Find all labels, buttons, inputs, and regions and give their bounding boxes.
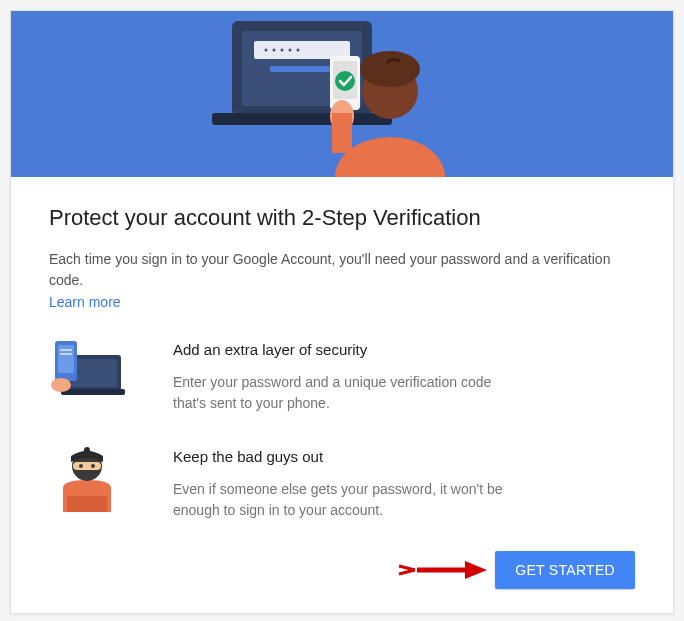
feature-title: Add an extra layer of security <box>173 341 635 358</box>
svg-rect-20 <box>61 389 125 395</box>
svg-line-33 <box>399 570 415 574</box>
svg-marker-35 <box>465 561 487 579</box>
svg-rect-19 <box>71 359 117 387</box>
verification-card: Protect your account with 2-Step Verific… <box>10 10 674 614</box>
hero-illustration <box>192 11 492 177</box>
svg-rect-26 <box>67 496 107 512</box>
svg-point-3 <box>265 49 268 52</box>
feature-item: Add an extra layer of security Enter you… <box>49 337 635 414</box>
svg-point-4 <box>273 49 276 52</box>
svg-point-5 <box>281 49 284 52</box>
feature-text: Add an extra layer of security Enter you… <box>173 337 635 414</box>
svg-point-29 <box>79 464 83 468</box>
svg-point-25 <box>51 378 71 392</box>
svg-point-6 <box>289 49 292 52</box>
get-started-button[interactable]: GET STARTED <box>495 551 635 589</box>
svg-rect-23 <box>60 349 72 351</box>
arrow-annotation-icon <box>397 558 487 582</box>
svg-point-7 <box>297 49 300 52</box>
feature-item: Keep the bad guys out Even if someone el… <box>49 444 635 521</box>
feature-list: Add an extra layer of security Enter you… <box>49 337 635 521</box>
svg-point-12 <box>360 51 420 87</box>
svg-rect-28 <box>73 462 101 470</box>
feature-description: Enter your password and a unique verific… <box>173 372 523 414</box>
svg-rect-8 <box>270 66 334 72</box>
svg-rect-17 <box>332 113 352 153</box>
page-title: Protect your account with 2-Step Verific… <box>49 205 635 231</box>
phone-laptop-icon <box>49 337 125 405</box>
svg-point-30 <box>91 464 95 468</box>
feature-title: Keep the bad guys out <box>173 448 635 465</box>
svg-rect-24 <box>60 353 72 355</box>
content-area: Protect your account with 2-Step Verific… <box>11 177 673 613</box>
page-subtitle: Each time you sign in to your Google Acc… <box>49 249 635 291</box>
footer-actions: GET STARTED <box>49 551 635 589</box>
burglar-icon <box>49 444 125 512</box>
feature-description: Even if someone else gets your password,… <box>173 479 523 521</box>
hero-banner <box>11 11 673 177</box>
feature-text: Keep the bad guys out Even if someone el… <box>173 444 635 521</box>
svg-rect-9 <box>212 113 392 125</box>
learn-more-link[interactable]: Learn more <box>49 294 121 310</box>
svg-point-15 <box>335 71 355 91</box>
svg-point-31 <box>84 447 90 453</box>
